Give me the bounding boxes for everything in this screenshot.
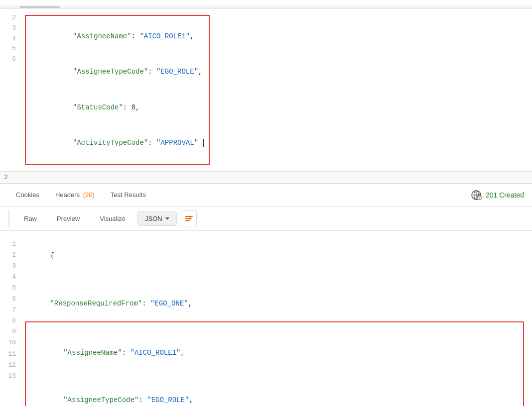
response-code-content: { "ResponseRequiredFrom": "EGO_ONE", "As… bbox=[25, 239, 524, 406]
request-panel: 2 3 4 5 6 "AssigneeName": "AICO_ROLE1", … bbox=[0, 0, 532, 184]
response-tabs-bar: Cookies Headers (20) Test Results 201 Cr… bbox=[0, 184, 532, 207]
headers-badge: (20) bbox=[83, 191, 95, 199]
response-line-4: "AssigneeTypeCode": "EGO_ROLE", bbox=[30, 371, 519, 406]
top-scrollbar[interactable] bbox=[0, 5, 532, 9]
code-line: "StatusCode": 8, bbox=[31, 90, 204, 125]
section-divider: 2 bbox=[0, 171, 532, 184]
tab-test-results[interactable]: Test Results bbox=[103, 185, 154, 205]
subtab-preview[interactable]: Preview bbox=[49, 210, 88, 227]
subtab-visualize[interactable]: Visualize bbox=[92, 210, 133, 227]
status-text: 201 Created bbox=[486, 191, 524, 199]
chevron-down-icon bbox=[165, 217, 169, 220]
scrollbar-thumb bbox=[20, 6, 60, 8]
response-line-2: "ResponseRequiredFrom": "EGO_ONE", bbox=[25, 274, 524, 321]
response-highlight-box: "AssigneeName": "AICO_ROLE1", "AssigneeT… bbox=[25, 321, 524, 406]
status-badge-area: 201 Created bbox=[471, 190, 524, 201]
wrap-toggle-button[interactable] bbox=[181, 210, 197, 226]
globe-icon bbox=[471, 190, 482, 201]
response-subtabs-bar: Raw Preview Visualize JSON bbox=[0, 207, 532, 231]
tab-headers[interactable]: Headers (20) bbox=[47, 185, 103, 205]
subtab-raw[interactable]: Raw bbox=[16, 210, 45, 227]
response-line-3: "AssigneeName": "AICO_ROLE1", bbox=[30, 323, 519, 371]
left-indicator bbox=[8, 209, 10, 227]
tab-cookies[interactable]: Cookies bbox=[8, 185, 47, 205]
response-line-1: { bbox=[25, 239, 524, 274]
response-line-numbers: 1 2 3 4 5 6 7 8 9 10 11 12 13 bbox=[0, 231, 21, 382]
response-body-panel: 1 2 3 4 5 6 7 8 9 10 11 12 13 { "Respons… bbox=[0, 231, 532, 406]
code-line: "AssigneeTypeCode": "EGO_ROLE", bbox=[31, 54, 204, 90]
request-code-area: 2 3 4 5 6 "AssigneeName": "AICO_ROLE1", … bbox=[0, 9, 532, 171]
svg-point-5 bbox=[479, 198, 480, 199]
code-line: "AssigneeName": "AICO_ROLE1", bbox=[31, 19, 204, 54]
request-highlight-box: "AssigneeName": "AICO_ROLE1", "AssigneeT… bbox=[25, 15, 210, 165]
code-line: "ActivityTypeCode": "APPROVAL" bbox=[31, 125, 204, 161]
request-line-numbers: 2 3 4 5 6 bbox=[0, 9, 21, 65]
subtab-json-dropdown[interactable]: JSON bbox=[137, 211, 177, 226]
